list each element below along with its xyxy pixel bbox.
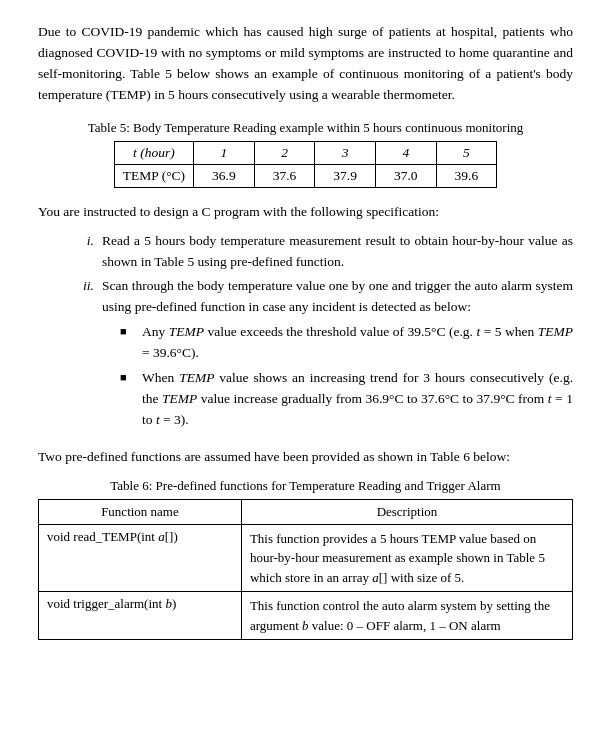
spec-list: i. Read a 5 hours body temperature measu…	[66, 231, 573, 435]
table5-val-5: 39.6	[436, 164, 497, 187]
spec-text-i: Read a 5 hours body temperature measurem…	[102, 231, 573, 273]
table6-func-2: void trigger_alarm(int b)	[39, 592, 242, 640]
intro-paragraph: Due to COVID-19 pandemic which has cause…	[38, 22, 573, 106]
spec-text-ii: Scan through the body temperature value …	[102, 276, 573, 434]
table5-container: Table 5: Body Temperature Reading exampl…	[38, 120, 573, 188]
table5-val-3: 37.9	[315, 164, 376, 187]
spec-item-ii: ii. Scan through the body temperature va…	[66, 276, 573, 434]
bullet-item-1: ■ Any TEMP value exceeds the threshold v…	[120, 322, 573, 364]
table5-val-1: 36.9	[194, 164, 255, 187]
table5-header-row: t (hour) 1 2 3 4 5	[114, 141, 496, 164]
table5-col-5: 5	[436, 141, 497, 164]
table6-row-1: void read_TEMP(int a[]) This function pr…	[39, 524, 573, 592]
bullet-text-1: Any TEMP value exceeds the threshold val…	[142, 322, 573, 364]
table6-container: Table 6: Pre-defined functions for Tempe…	[38, 478, 573, 641]
table6-func-1: void read_TEMP(int a[])	[39, 524, 242, 592]
table5-caption: Table 5: Body Temperature Reading exampl…	[38, 120, 573, 136]
bullet-list: ■ Any TEMP value exceeds the threshold v…	[120, 322, 573, 431]
spec-num-ii: ii.	[66, 276, 94, 297]
table6-col2-header: Description	[241, 499, 572, 524]
predefined-intro: Two pre-defined functions are assumed ha…	[38, 447, 573, 468]
spec-intro: You are instructed to design a C program…	[38, 202, 573, 223]
table6-desc-2: This function control the auto alarm sys…	[241, 592, 572, 640]
table5-val-4: 37.0	[375, 164, 436, 187]
table5-col-1: 1	[194, 141, 255, 164]
table6-caption: Table 6: Pre-defined functions for Tempe…	[38, 478, 573, 494]
table6-col1-header: Function name	[39, 499, 242, 524]
bullet-sym-2: ■	[120, 369, 136, 386]
spec-num-i: i.	[66, 231, 94, 252]
table6-desc-1: This function provides a 5 hours TEMP va…	[241, 524, 572, 592]
table5-col-3: 3	[315, 141, 376, 164]
table6: Function name Description void read_TEMP…	[38, 499, 573, 641]
bullet-item-2: ■ When TEMP value shows an increasing tr…	[120, 368, 573, 431]
table6-header-row: Function name Description	[39, 499, 573, 524]
table5-col-4: 4	[375, 141, 436, 164]
table5-val-2: 37.6	[254, 164, 315, 187]
table5-col-2: 2	[254, 141, 315, 164]
spec-item-i: i. Read a 5 hours body temperature measu…	[66, 231, 573, 273]
table5: t (hour) 1 2 3 4 5 TEMP (°C) 36.9 37.6 3…	[114, 141, 497, 188]
table5-row-label: TEMP (°C)	[114, 164, 193, 187]
table6-row-2: void trigger_alarm(int b) This function …	[39, 592, 573, 640]
bullet-sym-1: ■	[120, 323, 136, 340]
table5-data-row: TEMP (°C) 36.9 37.6 37.9 37.0 39.6	[114, 164, 496, 187]
table5-col-hour: t (hour)	[114, 141, 193, 164]
bullet-text-2: When TEMP value shows an increasing tren…	[142, 368, 573, 431]
